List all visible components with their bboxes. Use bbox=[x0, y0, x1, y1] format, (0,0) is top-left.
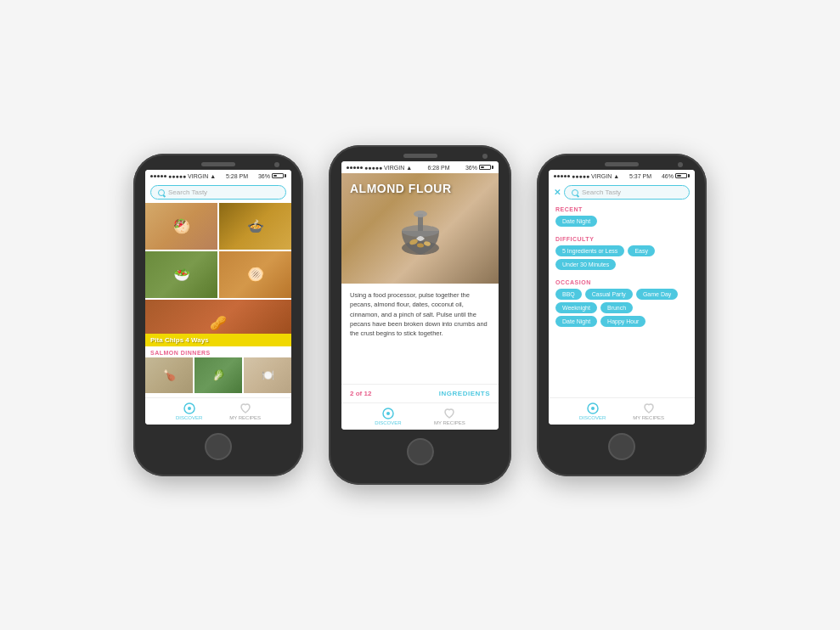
tag-under-30[interactable]: Under 30 Minutes bbox=[555, 259, 616, 270]
p3-carrier: ●●●●● VIRGIN bbox=[572, 173, 612, 179]
phone-1-top bbox=[133, 154, 303, 170]
phone-1-home-button[interactable] bbox=[205, 433, 232, 460]
p3-status-right: 46% bbox=[662, 173, 690, 179]
occasion-tags-row-1: BBQ Casual Party Game Day bbox=[555, 289, 688, 300]
salmon-food-1: 🍗 bbox=[145, 357, 193, 393]
phone-1-camera bbox=[274, 162, 279, 167]
salmon-row: 🍗 🥬 🍽️ bbox=[145, 357, 291, 395]
p3-wifi-icon: ▲ bbox=[613, 173, 619, 179]
food-grid-item-pita[interactable]: 🥜 Pita Chips 4 Ways bbox=[145, 300, 291, 346]
food-grid-item-3[interactable]: 🥗 bbox=[145, 251, 217, 298]
heart-icon bbox=[240, 402, 251, 414]
phone-3-screen: ●●●●● VIRGIN ▲ 5:37 PM 46% ✕ Search Ta bbox=[549, 170, 695, 425]
phone-1-speaker bbox=[201, 162, 235, 166]
food-grid-item-2[interactable]: 🍲 bbox=[219, 203, 291, 250]
food-img-1: 🥙 bbox=[145, 203, 217, 250]
phone-3-top bbox=[537, 154, 707, 170]
p3-discover-label: DISCOVER bbox=[579, 415, 606, 420]
difficulty-tags-row: 5 Ingredients or Less Easy bbox=[555, 245, 688, 256]
svg-point-10 bbox=[386, 412, 390, 415]
occasion-section: OCCASION BBQ Casual Party Game Day Weekn… bbox=[549, 276, 695, 333]
food-grid-item-1[interactable]: 🥙 bbox=[145, 203, 217, 250]
tag-game-day[interactable]: Game Day bbox=[636, 289, 678, 300]
phone-1-search-bar[interactable]: Search Tasty bbox=[150, 185, 286, 200]
phone-3-home-button[interactable] bbox=[608, 433, 635, 460]
signal-icon bbox=[150, 175, 166, 177]
p2-heart-icon bbox=[443, 408, 455, 419]
phone-1-search-container: Search Tasty bbox=[145, 182, 291, 203]
nav-discover[interactable]: DISCOVER bbox=[176, 402, 202, 420]
status-right: 36% bbox=[258, 173, 286, 179]
phone-2-camera bbox=[482, 154, 488, 159]
recent-section-title: RECENT bbox=[555, 206, 688, 212]
tag-date-night-occasion[interactable]: Date Night bbox=[555, 316, 597, 327]
food-grid-item-4[interactable]: 🫓 bbox=[219, 251, 291, 298]
p2-status-right: 36% bbox=[465, 165, 493, 171]
p2-status-left: ●●●●● VIRGIN ▲ bbox=[347, 165, 412, 171]
p3-time: 5:37 PM bbox=[629, 173, 651, 179]
phone-3-bottom bbox=[537, 425, 707, 469]
salmon-img-1[interactable]: 🍗 bbox=[145, 357, 193, 393]
phone-3-status-bar: ●●●●● VIRGIN ▲ 5:37 PM 46% bbox=[549, 170, 695, 182]
carrier-label: ●●●●● VIRGIN bbox=[168, 173, 208, 179]
difficulty-section: DIFFICULTY 5 Ingredients or Less Easy Un… bbox=[549, 233, 695, 276]
phone-3-bottom-nav: DISCOVER MY RECIPES bbox=[549, 397, 695, 425]
discover-label: DISCOVER bbox=[176, 415, 202, 420]
recent-tags-row: Date Night bbox=[555, 216, 688, 227]
tag-5-ingredients[interactable]: 5 Ingredients or Less bbox=[555, 245, 624, 256]
salmon-img-2[interactable]: 🥬 bbox=[194, 357, 242, 393]
phone-2-home-button[interactable] bbox=[407, 438, 434, 465]
tag-brunch[interactable]: Brunch bbox=[600, 302, 633, 313]
occasion-section-title: OCCASION bbox=[555, 279, 688, 285]
ingredients-button[interactable]: INGREDIENTS bbox=[439, 390, 490, 397]
recipe-text: Using a food processor, pulse together t… bbox=[341, 284, 499, 345]
my-recipes-label: MY RECIPES bbox=[229, 415, 261, 420]
filter-header: ✕ Search Tasty bbox=[549, 182, 695, 203]
p2-discover-icon bbox=[382, 408, 394, 419]
phone-1-status-bar: ●●●●● VIRGIN ▲ 5:28 PM 36% bbox=[145, 170, 291, 182]
salmon-img-3[interactable]: 🍽️ bbox=[244, 357, 291, 393]
phone-2-speaker bbox=[403, 154, 437, 158]
nav-my-recipes[interactable]: MY RECIPES bbox=[229, 402, 261, 420]
phone-1: ●●●●● VIRGIN ▲ 5:28 PM 36% Search Tasty bbox=[133, 154, 303, 476]
tag-date-night-recent[interactable]: Date Night bbox=[555, 216, 597, 227]
tag-easy[interactable]: Easy bbox=[628, 245, 655, 256]
phone-2-screen: ●●●●● VIRGIN ▲ 6:28 PM 36% ALMOND FLOUR bbox=[341, 161, 499, 430]
p3-nav-discover[interactable]: DISCOVER bbox=[579, 402, 606, 420]
p2-nav-my-recipes[interactable]: MY RECIPES bbox=[434, 408, 465, 425]
phone-3-camera bbox=[678, 162, 683, 167]
p2-time: 6:28 PM bbox=[428, 165, 450, 171]
p2-carrier: ●●●●● VIRGIN bbox=[364, 165, 404, 171]
food-processor-svg bbox=[395, 201, 446, 269]
phone-3-speaker bbox=[605, 162, 639, 166]
phone-2-status-bar: ●●●●● VIRGIN ▲ 6:28 PM 36% bbox=[341, 161, 499, 173]
phones-container: ●●●●● VIRGIN ▲ 5:28 PM 36% Search Tasty bbox=[116, 128, 724, 502]
phone-2-bottom bbox=[329, 430, 511, 474]
salmon-section-label: SALMON DINNERS bbox=[145, 346, 291, 357]
phone-1-bottom bbox=[133, 425, 303, 469]
p2-signal-icon bbox=[347, 166, 363, 169]
food-img-4: 🫓 bbox=[219, 251, 291, 298]
status-left: ●●●●● VIRGIN ▲ bbox=[150, 173, 216, 179]
close-button[interactable]: ✕ bbox=[554, 188, 561, 197]
filter-search-bar[interactable]: Search Tasty bbox=[564, 185, 690, 200]
salmon-food-3: 🍽️ bbox=[244, 357, 291, 393]
phone-3: ●●●●● VIRGIN ▲ 5:37 PM 46% ✕ Search Ta bbox=[537, 154, 707, 476]
p2-nav-discover[interactable]: DISCOVER bbox=[375, 408, 401, 425]
p3-discover-icon bbox=[587, 402, 599, 414]
phone-2-bottom-nav: DISCOVER MY RECIPES bbox=[341, 402, 499, 430]
p3-nav-my-recipes[interactable]: MY RECIPES bbox=[633, 402, 664, 420]
tag-casual-party[interactable]: Casual Party bbox=[585, 289, 633, 300]
recipe-title: ALMOND FLOUR bbox=[350, 182, 452, 195]
svg-point-1 bbox=[188, 407, 191, 410]
tag-happy-hour[interactable]: Happy Hour bbox=[600, 316, 646, 327]
p3-battery-pct: 46% bbox=[662, 173, 674, 179]
p2-wifi-icon: ▲ bbox=[406, 165, 412, 171]
tag-weeknight[interactable]: Weeknight bbox=[555, 302, 597, 313]
filter-search-icon bbox=[572, 189, 578, 196]
tag-bbq[interactable]: BBQ bbox=[555, 289, 582, 300]
wifi-icon: ▲ bbox=[210, 173, 216, 179]
search-icon bbox=[158, 189, 165, 196]
recipe-footer: 2 of 12 INGREDIENTS bbox=[341, 384, 499, 402]
phone-2: ●●●●● VIRGIN ▲ 6:28 PM 36% ALMOND FLOUR bbox=[329, 145, 511, 485]
